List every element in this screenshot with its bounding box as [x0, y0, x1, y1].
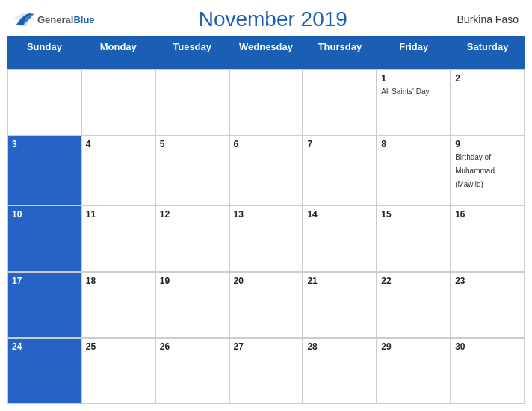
day-cell: 25 [81, 338, 155, 404]
day-cell: 18 [81, 272, 155, 338]
day-cell: 19 [155, 272, 229, 338]
day-header-sunday: Sunday [7, 36, 81, 69]
day-number: 30 [455, 342, 520, 352]
day-cell [7, 69, 81, 135]
day-cell: 28 [303, 338, 377, 404]
day-number: 8 [381, 139, 446, 149]
day-number: 23 [455, 276, 520, 286]
day-cell: 23 [451, 272, 525, 338]
day-cell: 14 [303, 206, 377, 271]
calendar-grid: SundayMondayTuesdayWednesdayThursdayFrid… [7, 36, 525, 404]
day-header-thursday: Thursday [303, 36, 377, 69]
day-number: 20 [234, 276, 299, 286]
day-number: 3 [12, 139, 77, 149]
day-cell: 20 [229, 272, 303, 338]
day-number: 4 [86, 139, 151, 149]
day-number: 2 [455, 73, 520, 84]
calendar-header: GeneralBlue November 2019 Burkina Faso [0, 0, 532, 36]
day-number: 6 [234, 139, 299, 149]
day-cell: 27 [229, 338, 303, 404]
day-cell: 6 [229, 135, 303, 206]
day-number: 1 [381, 73, 446, 84]
day-cell: 12 [155, 206, 229, 271]
day-number: 19 [160, 276, 225, 286]
day-number: 25 [86, 342, 151, 352]
day-cell: 3 [7, 135, 81, 206]
day-cell: 24 [7, 338, 81, 404]
day-number: 17 [12, 276, 77, 286]
day-number: 12 [160, 209, 225, 220]
day-cell: 21 [303, 272, 377, 338]
day-number: 11 [86, 209, 151, 220]
country-label: Burkina Faso [451, 13, 519, 25]
day-cell: 4 [81, 135, 155, 206]
day-number: 18 [86, 276, 151, 286]
day-cell [303, 69, 377, 135]
day-number: 7 [307, 139, 372, 149]
day-cell: 8 [377, 135, 451, 206]
day-number: 24 [12, 342, 77, 352]
day-number: 13 [234, 209, 299, 220]
logo: GeneralBlue [13, 11, 95, 28]
calendar-body: SundayMondayTuesdayWednesdayThursdayFrid… [0, 36, 532, 411]
day-number: 22 [381, 276, 446, 286]
logo-bird-icon [13, 11, 34, 28]
day-cell: 26 [155, 338, 229, 404]
day-cell: 7 [303, 135, 377, 206]
day-header-friday: Friday [377, 36, 451, 69]
day-cell: 10 [7, 206, 81, 271]
logo-general: General [37, 14, 73, 25]
day-header-monday: Monday [81, 36, 155, 69]
day-cell: 11 [81, 206, 155, 271]
day-cell: 13 [229, 206, 303, 271]
day-cell [229, 69, 303, 135]
day-number: 16 [455, 209, 520, 220]
day-cell: 1All Saints' Day [377, 69, 451, 135]
holiday-label: Birthday of Muhammad (Mawlid) [455, 153, 495, 188]
day-cell: 22 [377, 272, 451, 338]
day-cell: 17 [7, 272, 81, 338]
day-number: 9 [455, 139, 520, 149]
day-cell [81, 69, 155, 135]
day-number: 10 [12, 209, 77, 220]
day-number: 29 [381, 342, 446, 352]
day-cell [155, 69, 229, 135]
logo-blue: Blue [73, 14, 94, 25]
month-title: November 2019 [95, 7, 451, 31]
day-cell: 9Birthday of Muhammad (Mawlid) [451, 135, 525, 206]
holiday-label: All Saints' Day [381, 87, 429, 96]
day-number: 26 [160, 342, 225, 352]
day-header-saturday: Saturday [451, 36, 525, 69]
day-number: 21 [307, 276, 372, 286]
day-header-wednesday: Wednesday [229, 36, 303, 69]
day-header-tuesday: Tuesday [155, 36, 229, 69]
day-number: 5 [160, 139, 225, 149]
day-cell: 2 [451, 69, 525, 135]
day-number: 14 [307, 209, 372, 220]
day-cell: 29 [377, 338, 451, 404]
day-cell: 30 [451, 338, 525, 404]
day-number: 15 [381, 209, 446, 220]
day-cell: 16 [451, 206, 525, 271]
day-number: 27 [234, 342, 299, 352]
logo-text: GeneralBlue [37, 13, 95, 26]
day-number: 28 [307, 342, 372, 352]
day-cell: 15 [377, 206, 451, 271]
day-cell: 5 [155, 135, 229, 206]
